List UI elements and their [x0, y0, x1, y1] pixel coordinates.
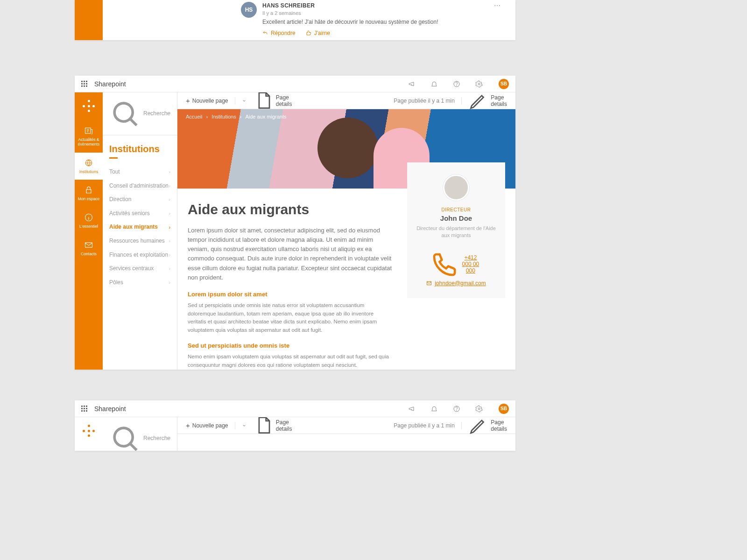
chevron-down-icon — [242, 98, 247, 103]
help-icon[interactable] — [453, 405, 460, 413]
page-details-button[interactable]: Page details — [253, 92, 292, 111]
commenter-avatar[interactable]: HS — [241, 2, 257, 18]
app-launcher-icon[interactable] — [81, 406, 88, 412]
info-icon — [84, 213, 93, 222]
rail-item-essential[interactable]: L'essentiel — [75, 207, 103, 235]
like-button[interactable]: J'aime — [306, 30, 330, 36]
new-page-button[interactable]: +Nouvelle page — [186, 421, 228, 429]
app-title: Sharepoint — [94, 405, 126, 413]
comment: HS HANS SCHREIBER ⋯ Il y a 2 semaines Ex… — [241, 2, 501, 36]
bell-icon[interactable] — [430, 405, 438, 413]
settings-icon[interactable] — [475, 405, 483, 413]
svg-rect-5 — [86, 189, 91, 193]
contact-card: DIRECTEUR John Doe Directeur du départem… — [407, 162, 505, 298]
page-icon — [253, 92, 274, 111]
svg-point-13 — [114, 428, 133, 446]
contact-desc: Directeur du département de l'Aide aux m… — [416, 225, 497, 239]
publish-status: Page publiée il y a 1 min — [394, 98, 455, 104]
page-title: Aide aux migrants — [188, 202, 393, 217]
new-page-dropdown[interactable] — [242, 98, 247, 103]
rail-item-institutions[interactable]: Institutions — [75, 153, 103, 180]
nav-rail: Actualités & évènements Institutions Mon… — [75, 92, 103, 370]
app-title: Sharepoint — [94, 80, 126, 88]
lock-icon — [84, 185, 93, 195]
edit-page-details-button[interactable]: Page details — [468, 92, 507, 111]
new-page-button[interactable]: +Nouvelle page — [186, 97, 228, 105]
new-page-dropdown[interactable] — [242, 423, 247, 428]
contact-avatar — [443, 175, 469, 201]
suite-bar: Sharepoint SB — [75, 400, 515, 417]
subnav-title: Institutions — [103, 135, 177, 157]
svg-point-12 — [478, 408, 480, 410]
subnav-item[interactable]: Direction› — [103, 193, 177, 207]
megaphone-icon[interactable] — [408, 80, 416, 88]
page-icon — [253, 417, 274, 436]
title-underline — [109, 157, 118, 159]
article-paragraph: Sed ut perspiciatis unde omnis iste natu… — [188, 301, 393, 335]
rail-item-contacts[interactable]: Contacts — [75, 235, 103, 262]
breadcrumb-item[interactable]: Accueil — [186, 114, 202, 119]
search-icon — [109, 423, 141, 451]
suite-bar: Sharepoint SB — [75, 76, 515, 92]
site-logo[interactable] — [83, 100, 95, 112]
edit-page-details-button[interactable]: Page details — [468, 417, 507, 435]
subnav-item[interactable]: Conseil d'administration› — [103, 179, 177, 193]
news-icon — [84, 126, 93, 135]
article-subheading: Lorem ipsum dolor sit amet — [188, 291, 393, 298]
article-paragraph: Nemo enim ipsam voluptatem quia voluptas… — [188, 353, 393, 370]
svg-point-2 — [478, 83, 480, 85]
email-icon — [426, 280, 432, 286]
site-logo[interactable] — [83, 425, 95, 437]
search-icon — [109, 98, 141, 129]
page-toolbar: +Nouvelle page Page details Page publiée… — [177, 417, 515, 434]
comment-menu[interactable]: ⋯ — [494, 2, 501, 9]
chevron-down-icon — [242, 423, 247, 428]
rail-item-news[interactable]: Actualités & évènements — [75, 120, 103, 153]
reply-button[interactable]: Répondre — [262, 30, 296, 36]
subnav-item[interactable]: Activités seniors› — [103, 207, 177, 221]
bell-icon[interactable] — [430, 80, 438, 88]
contact-email-link[interactable]: johndoe@gmail.com — [426, 280, 486, 287]
article-lead: Lorem ipsum dolor sit amet, consectetur … — [188, 226, 393, 282]
globe-icon — [84, 158, 93, 168]
contact-role: DIRECTEUR — [416, 207, 497, 212]
page-toolbar: +Nouvelle page Page details Page publiée… — [177, 92, 515, 109]
user-badge[interactable]: SB — [499, 79, 509, 89]
search-input[interactable]: Recherche — [103, 92, 177, 135]
page-details-button[interactable]: Page details — [253, 417, 292, 436]
contact-phone-link[interactable]: +412 000 00 000 — [431, 251, 481, 277]
breadcrumb-item[interactable]: Institutions — [211, 114, 236, 119]
phone-icon — [431, 251, 457, 277]
subnav-item[interactable]: Tout› — [103, 165, 177, 179]
sidebar-stub — [75, 0, 103, 40]
search-input[interactable]: Recherche — [103, 417, 177, 451]
publish-status: Page publiée il y a 1 min — [394, 422, 455, 429]
commenter-name: HANS SCHREIBER — [262, 2, 315, 9]
comment-text: Excellent article! J'ai hâte de découvri… — [262, 19, 501, 25]
subnav-item[interactable]: Aide aux migrants› — [103, 220, 177, 234]
svg-point-1 — [457, 85, 457, 86]
subnav-item[interactable]: Ressources humaines› — [103, 234, 177, 248]
comment-time: Il y a 2 semaines — [262, 10, 501, 16]
mail-icon — [84, 240, 93, 250]
svg-point-11 — [457, 410, 457, 411]
megaphone-icon[interactable] — [408, 405, 416, 413]
sub-nav: Recherche Institutions Tout›Conseil d'ad… — [103, 92, 177, 370]
user-badge[interactable]: SB — [499, 404, 509, 414]
subnav-item[interactable]: Services centraux› — [103, 262, 177, 276]
breadcrumb: Accueil› Institutions› Aide aux migrants — [186, 114, 286, 119]
subnav-item[interactable]: Finances et exploitation› — [103, 248, 177, 262]
app-launcher-icon[interactable] — [81, 81, 88, 87]
rail-item-space[interactable]: Mon espace — [75, 180, 103, 207]
help-icon[interactable] — [453, 80, 460, 88]
contact-name: John Doe — [416, 214, 497, 222]
article: Aide aux migrants Lorem ipsum dolor sit … — [188, 202, 393, 370]
svg-point-8 — [114, 103, 133, 121]
pencil-icon — [468, 417, 488, 435]
article-subheading: Sed ut perspiciatis unde omnis iste — [188, 342, 393, 349]
settings-icon[interactable] — [475, 80, 483, 88]
breadcrumb-current: Aide aux migrants — [245, 114, 286, 119]
subnav-item[interactable]: Pôles› — [103, 276, 177, 290]
svg-rect-7 — [85, 243, 92, 247]
pencil-icon — [468, 92, 488, 111]
